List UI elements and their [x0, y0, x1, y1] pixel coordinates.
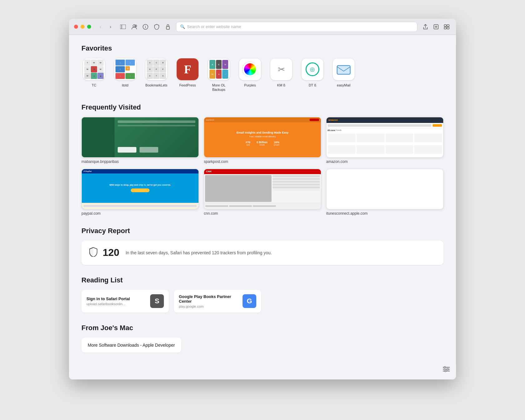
- reading-info-safari: Sign in to Safari Portal upload.safaribo…: [86, 296, 146, 306]
- favorite-item-dt[interactable]: ◎ DT ß: [300, 58, 325, 92]
- visited-item-sparkpost[interactable]: sparkpost Email Insights and Sending Mad…: [204, 117, 321, 164]
- visited-item-paypal[interactable]: P PayPal With ways to shop, pay and chip…: [81, 169, 199, 216]
- visited-thumbnail-amazon: amazon All-new Firestk: [326, 117, 444, 158]
- share-people-icon[interactable]: [130, 22, 139, 31]
- favorite-icon-tc: T W W W ⚙ W W ✦ ◆: [83, 58, 105, 81]
- toolbar-icons-left: i: [119, 22, 172, 31]
- traffic-lights: [74, 25, 91, 29]
- visited-label-itunes: itunesconnect.apple.com: [326, 211, 444, 216]
- settings-icon[interactable]: [443, 366, 450, 373]
- visited-item-cnn[interactable]: CNN: [204, 169, 321, 216]
- info-icon[interactable]: i: [141, 22, 150, 31]
- visited-item-itunes[interactable]: itunesconnect.apple.com: [326, 169, 444, 216]
- favorite-label-km: KM ß: [277, 83, 285, 87]
- color-wheel: [242, 61, 258, 77]
- tab-overview-icon[interactable]: [442, 22, 451, 31]
- reading-title-google: Google Play Books Partner Center: [179, 294, 238, 304]
- favorite-icon-easymail: [332, 58, 355, 81]
- mac-item-label: More Software Downloads - Apple Develope…: [88, 343, 175, 348]
- svg-rect-12: [444, 27, 446, 29]
- favorite-item-tc[interactable]: T W W W ⚙ W W ✦ ◆ TC: [81, 58, 106, 92]
- visited-item-bnp[interactable]: mabanque.bnpparibas: [81, 117, 199, 164]
- svg-rect-14: [337, 66, 350, 74]
- svg-rect-6: [166, 27, 169, 29]
- favorite-label-tc: TC: [92, 83, 96, 87]
- reading-item-safari-portal[interactable]: Sign in to Safari Portal upload.safaribo…: [81, 290, 169, 313]
- favorite-item-moreol[interactable]: A C U Px ⚙ ↓ More OL Backups: [206, 58, 231, 92]
- reading-thumb-google: G: [243, 294, 256, 308]
- privacy-shield-icon: [89, 247, 98, 259]
- favorite-label-easymail: easyMail: [337, 83, 350, 87]
- new-tab-icon[interactable]: [432, 22, 440, 31]
- mac-item-software[interactable]: More Software Downloads - Apple Develope…: [81, 338, 181, 353]
- favorites-title: Favorites: [81, 44, 444, 52]
- svg-point-20: [445, 370, 446, 372]
- favorite-icon-itotd: i i i ⚙ ↓ ↑: [114, 58, 136, 81]
- visited-grid: mabanque.bnpparibas sparkpost Email Insi…: [81, 117, 444, 216]
- visited-thumbnail-cnn: CNN: [204, 169, 321, 209]
- favorite-icon-km: ✂: [270, 58, 292, 81]
- favorite-label-itotd: itotd: [122, 83, 129, 87]
- svg-point-18: [444, 366, 446, 368]
- reading-thumb-safari: S: [150, 294, 164, 308]
- favorites-grid: T W W W ⚙ W W ✦ ◆ TC: [81, 58, 444, 92]
- frequently-visited-section: Frequently Visited: [81, 103, 444, 216]
- reading-list-title: Reading List: [81, 276, 444, 284]
- browser-window: ‹ ›: [69, 9, 456, 389]
- visited-thumbnail-bnp: [81, 117, 199, 158]
- title-bar: ‹ ›: [69, 19, 456, 35]
- visited-label-paypal: paypal.com: [81, 211, 199, 216]
- privacy-message: In the last seven days, Safari has preve…: [125, 250, 272, 255]
- svg-text:i: i: [145, 25, 146, 29]
- favorite-item-itotd[interactable]: i i i ⚙ ↓ ↑ itotd: [113, 58, 138, 92]
- page-content: Favorites T W W W ⚙ W W: [69, 35, 456, 379]
- favorite-label-moreol: More OL Backups: [206, 83, 231, 92]
- reading-item-google-play[interactable]: Google Play Books Partner Center play.go…: [174, 290, 261, 313]
- sidebar-toggle-icon[interactable]: [119, 22, 127, 31]
- reading-info-google: Google Play Books Partner Center play.go…: [179, 294, 238, 308]
- visited-item-amazon[interactable]: amazon All-new Firestk: [326, 117, 444, 164]
- favorite-item-easymail[interactable]: easyMail: [331, 58, 356, 92]
- bookmarklets-grid: A C B H P P S T S: [145, 58, 167, 80]
- frequently-visited-title: Frequently Visited: [81, 103, 444, 111]
- visited-label-sparkpost: sparkpost.com: [204, 159, 321, 164]
- favorite-item-km[interactable]: ✂ KM ß: [269, 58, 294, 92]
- back-button[interactable]: ‹: [96, 22, 105, 31]
- forward-button[interactable]: ›: [106, 22, 115, 31]
- reading-url-safari: upload.safaribooksonlin...: [86, 302, 146, 306]
- close-button[interactable]: [74, 25, 78, 29]
- favorite-icon-dt: ◎: [301, 58, 324, 81]
- lock-icon[interactable]: [164, 22, 172, 31]
- favorite-label-bookmarklets: BookmarkLets: [145, 83, 167, 87]
- minimize-button[interactable]: [81, 25, 85, 29]
- share-icon[interactable]: [421, 22, 430, 31]
- reading-list-section: Reading List Sign in to Safari Portal up…: [81, 276, 444, 313]
- favorite-label-purples: Purples: [244, 83, 256, 87]
- favorite-item-purples[interactable]: Purples: [238, 58, 262, 92]
- reading-title-safari: Sign in to Safari Portal: [86, 296, 146, 301]
- favorite-item-feedpress[interactable]: F FeedPress: [175, 58, 200, 92]
- favorite-label-feedpress: FeedPress: [179, 83, 196, 87]
- shield-icon[interactable]: [152, 22, 161, 31]
- privacy-report-section: Privacy Report 120 In the last seven day…: [81, 227, 444, 265]
- search-bar[interactable]: 🔍 Search or enter website name: [176, 22, 417, 32]
- from-mac-title: From Joe's Mac: [81, 324, 444, 332]
- privacy-card[interactable]: 120 In the last seven days, Safari has p…: [81, 241, 444, 265]
- reading-list-grid: Sign in to Safari Portal upload.safaribo…: [81, 290, 444, 313]
- visited-thumbnail-itunes: [326, 169, 444, 209]
- visited-label-amazon: amazon.com: [326, 159, 444, 164]
- favorite-icon-feedpress: F: [176, 58, 199, 81]
- reading-url-google: play.google.com: [179, 305, 238, 308]
- favorite-icon-bookmarklets: A C B H P P S T S: [145, 58, 168, 81]
- nav-buttons: ‹ ›: [96, 22, 115, 31]
- favorite-icon-purples: [239, 58, 261, 81]
- favorite-label-dt: DT ß: [309, 83, 316, 87]
- privacy-count: 120: [103, 247, 119, 258]
- svg-rect-10: [444, 25, 446, 27]
- tc-grid: T W W W ⚙ W W ✦ ◆: [83, 58, 105, 80]
- fullscreen-button[interactable]: [87, 25, 91, 29]
- from-mac-section: From Joe's Mac More Software Downloads -…: [81, 324, 444, 353]
- favorite-item-bookmarklets[interactable]: A C B H P P S T S BookmarkLets: [144, 58, 169, 92]
- search-icon: 🔍: [180, 24, 185, 29]
- visited-thumbnail-sparkpost: sparkpost Email Insights and Sending Mad…: [204, 117, 321, 158]
